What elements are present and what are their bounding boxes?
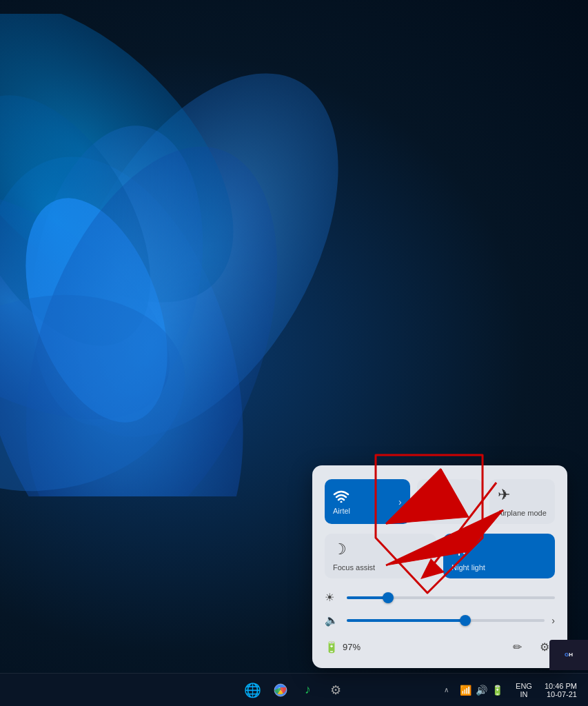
brightness-slider[interactable]	[347, 596, 555, 599]
airplane-tile[interactable]: ✈ Airplane mode	[489, 479, 555, 524]
brightness-slider-row: ☀	[325, 591, 555, 604]
language-indicator[interactable]: ENG IN	[511, 680, 536, 700]
tiles-row-2: ☽ Focus assist Night light	[325, 534, 555, 578]
brightness-icon: ☀	[325, 591, 340, 604]
focus-assist-tile[interactable]: ☽ Focus assist	[325, 534, 436, 578]
wifi-chevron-icon[interactable]: ›	[398, 496, 402, 507]
svg-point-11	[341, 501, 343, 503]
edit-button[interactable]: ✏	[507, 636, 527, 657]
battery-percent: 97%	[343, 642, 361, 652]
night-light-label: Night light	[452, 563, 485, 572]
watermark: GH	[549, 640, 588, 670]
volume-fill	[347, 619, 465, 622]
volume-slider[interactable]	[347, 619, 545, 622]
time-display: 10:46 PM	[545, 682, 577, 690]
taskbar-edge-icon[interactable]: 🌐	[241, 678, 265, 703]
panel-bottom: 🔋 97% ✏ ⚙	[325, 636, 555, 657]
svg-line-18	[463, 552, 464, 553]
bluetooth-tile-label: Bluetooth	[425, 509, 457, 517]
night-light-tile[interactable]: Night light	[443, 534, 555, 578]
wifi-tile-icon	[333, 489, 350, 507]
volume-tray-icon: 🔊	[476, 685, 487, 696]
volume-thumb[interactable]	[460, 615, 471, 626]
date-display: 10-07-21	[547, 690, 577, 698]
wifi-tile-label: Airtel	[333, 507, 350, 515]
taskbar-right: ∧ 📶 🔊 🔋 ENG IN 10:46 PM 10-07-21	[444, 680, 582, 700]
svg-line-20	[454, 552, 456, 553]
night-light-icon	[452, 541, 467, 559]
quick-settings-panel: Airtel › Bluetooth ✈ Airplane mode ☽	[312, 465, 567, 668]
taskbar-spotify-icon[interactable]: ♪	[296, 678, 321, 703]
volume-icon: 🔈	[325, 614, 340, 627]
svg-point-12	[455, 544, 463, 552]
airplane-tile-icon: ✈	[498, 486, 510, 504]
volume-end-icon[interactable]: ›	[551, 615, 555, 626]
wifi-tray-icon: 📶	[460, 685, 472, 696]
taskbar: 🌐 ♪ ⚙ ∧ 📶 🔊 🔋 ENG IN 10:46 PM 10-07-21	[0, 673, 588, 706]
bluetooth-tile[interactable]: Bluetooth	[417, 479, 483, 524]
focus-assist-icon: ☽	[333, 541, 347, 558]
datetime-display[interactable]: 10:46 PM 10-07-21	[539, 680, 582, 700]
volume-slider-row: 🔈 ›	[325, 614, 555, 627]
bloom-wallpaper	[0, 14, 345, 496]
bottom-actions: ✏ ⚙	[507, 636, 555, 657]
taskbar-settings-icon[interactable]: ⚙	[323, 678, 348, 703]
brightness-thumb[interactable]	[383, 592, 394, 603]
system-tray[interactable]: 📶 🔊 🔋	[454, 682, 509, 698]
battery-tray-icon: 🔋	[491, 685, 503, 696]
bluetooth-tile-icon	[425, 486, 439, 506]
tray-chevron[interactable]: ∧	[444, 686, 449, 694]
battery-info: 🔋 97%	[325, 641, 361, 654]
svg-line-19	[463, 543, 464, 545]
taskbar-center: 🌐 ♪ ⚙	[241, 678, 348, 703]
svg-line-17	[454, 543, 456, 545]
focus-assist-label: Focus assist	[333, 563, 375, 572]
airplane-tile-label: Airplane mode	[498, 509, 547, 517]
taskbar-chrome-icon[interactable]	[268, 678, 293, 703]
battery-icon: 🔋	[325, 641, 338, 654]
brightness-fill	[347, 596, 388, 599]
wifi-tile[interactable]: Airtel ›	[325, 479, 410, 524]
tiles-row-1: Airtel › Bluetooth ✈ Airplane mode	[325, 479, 555, 524]
